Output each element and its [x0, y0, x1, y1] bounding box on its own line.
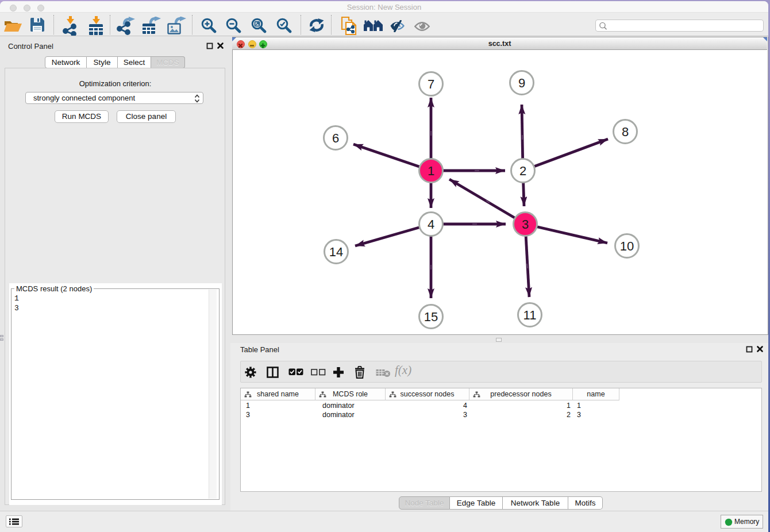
svg-text:2: 2 — [519, 164, 526, 178]
svg-text:3: 3 — [522, 217, 529, 232]
svg-text:11: 11 — [523, 308, 537, 322]
svg-text:4: 4 — [428, 217, 434, 232]
svg-text:15: 15 — [424, 310, 438, 324]
svg-text:6: 6 — [332, 131, 339, 145]
svg-text:8: 8 — [622, 125, 629, 139]
svg-text:1: 1 — [428, 164, 434, 178]
svg-text:7: 7 — [428, 77, 434, 91]
svg-text:14: 14 — [329, 245, 343, 259]
svg-text:9: 9 — [518, 76, 525, 90]
svg-text:10: 10 — [620, 239, 634, 253]
